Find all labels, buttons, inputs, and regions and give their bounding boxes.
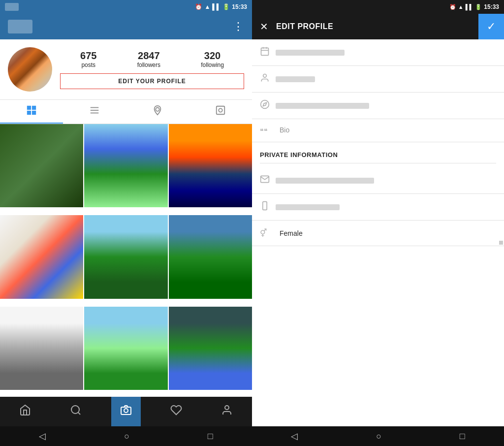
nav-camera[interactable] bbox=[111, 397, 141, 426]
section-divider bbox=[260, 163, 496, 163]
home-icon bbox=[19, 404, 31, 419]
home-button-left[interactable]: ○ bbox=[124, 431, 129, 442]
edit-profile-button[interactable]: EDIT YOUR PROFILE bbox=[60, 73, 244, 89]
status-time-right: 15:33 bbox=[484, 3, 499, 10]
edit-profile-header: ✕ EDIT PROFILE ✓ bbox=[252, 14, 504, 39]
svg-rect-0 bbox=[27, 105, 31, 109]
svg-rect-1 bbox=[32, 105, 36, 109]
profile-section: 675 posts 2847 followers 320 following E… bbox=[0, 39, 252, 99]
recent-button-right[interactable]: □ bbox=[460, 431, 465, 442]
svg-rect-2 bbox=[27, 110, 31, 114]
wifi-icon-right: ▲ bbox=[458, 4, 464, 10]
username-field[interactable] bbox=[252, 66, 504, 93]
status-time-left: 15:33 bbox=[232, 3, 247, 10]
phone-placeholder bbox=[276, 204, 340, 210]
username-value bbox=[276, 76, 496, 82]
right-panel: ⏰ ▲ ▌▌ 🔋 15:33 ✕ EDIT PROFILE ✓ bbox=[252, 0, 504, 446]
phone-icon bbox=[260, 201, 276, 213]
photo-cell-6[interactable] bbox=[169, 215, 252, 298]
svg-rect-3 bbox=[32, 110, 36, 114]
private-info-header: PRIVATE INFORMATION bbox=[252, 142, 504, 167]
tab-tagged[interactable] bbox=[189, 100, 252, 124]
confirm-button[interactable]: ✓ bbox=[478, 14, 504, 39]
tab-grid[interactable] bbox=[0, 100, 63, 124]
location-icon bbox=[152, 105, 163, 118]
phone-field[interactable] bbox=[252, 194, 504, 221]
svg-rect-22 bbox=[263, 202, 267, 210]
email-value bbox=[276, 178, 496, 184]
check-icon: ✓ bbox=[487, 20, 496, 33]
camera-icon bbox=[120, 404, 132, 419]
name-value bbox=[276, 50, 496, 56]
name-field[interactable] bbox=[252, 39, 504, 66]
photo-cell-5[interactable] bbox=[84, 215, 167, 298]
grid-icon bbox=[26, 105, 37, 118]
tagged-icon bbox=[215, 105, 226, 118]
following-count: 320 bbox=[204, 50, 220, 62]
email-field[interactable] bbox=[252, 167, 504, 194]
nav-heart[interactable] bbox=[161, 397, 191, 426]
following-stat: 320 following bbox=[201, 50, 224, 68]
svg-point-19 bbox=[263, 74, 267, 78]
gender-value: Female bbox=[276, 229, 303, 237]
photo-cell-7[interactable] bbox=[0, 307, 83, 390]
website-field[interactable] bbox=[252, 93, 504, 119]
signal-icon: ▌▌ bbox=[212, 3, 220, 10]
app-logo bbox=[8, 20, 32, 33]
svg-point-9 bbox=[219, 108, 222, 112]
tab-list[interactable] bbox=[63, 100, 126, 124]
bottom-nav bbox=[0, 397, 252, 426]
person-icon bbox=[260, 73, 276, 85]
posts-stat: 675 posts bbox=[80, 50, 96, 68]
name-placeholder bbox=[276, 50, 345, 56]
edit-form: ❝❝ Bio PRIVATE INFORMATION bbox=[252, 39, 504, 426]
list-icon bbox=[89, 105, 100, 118]
photo-cell-3[interactable] bbox=[169, 124, 252, 207]
photo-cell-8[interactable] bbox=[84, 307, 167, 390]
photo-cell-9[interactable] bbox=[169, 307, 252, 390]
followers-label: followers bbox=[137, 62, 160, 68]
back-button-right[interactable]: ◁ bbox=[291, 431, 298, 442]
avatar bbox=[8, 47, 52, 92]
resize-handle bbox=[499, 241, 503, 245]
home-button-right[interactable]: ○ bbox=[376, 431, 381, 442]
nav-profile[interactable] bbox=[212, 397, 242, 426]
nav-home[interactable] bbox=[10, 397, 40, 426]
photo-cell-2[interactable] bbox=[84, 124, 167, 207]
back-button-left[interactable]: ◁ bbox=[39, 431, 46, 442]
close-button[interactable]: ✕ bbox=[260, 21, 268, 32]
photo-grid bbox=[0, 124, 252, 397]
photo-cell-4[interactable] bbox=[0, 215, 83, 298]
svg-marker-21 bbox=[263, 102, 266, 106]
gender-field[interactable]: ⚥ Female bbox=[252, 221, 504, 246]
right-status-bar: ⏰ ▲ ▌▌ 🔋 15:33 bbox=[252, 0, 504, 14]
search-icon bbox=[70, 404, 82, 419]
phone-value bbox=[276, 204, 496, 210]
battery-icon-right: 🔋 bbox=[475, 4, 482, 10]
photo-cell-1[interactable] bbox=[0, 124, 83, 207]
username-placeholder bbox=[276, 76, 315, 82]
website-placeholder bbox=[276, 103, 369, 109]
recent-button-left[interactable]: □ bbox=[208, 431, 213, 442]
header-menu-icon[interactable]: ⋮ bbox=[233, 20, 244, 33]
bio-field[interactable]: ❝❝ Bio bbox=[252, 119, 504, 142]
left-system-bar: ◁ ○ □ bbox=[0, 426, 252, 446]
left-panel: ⏰ ▲ ▌▌ 🔋 15:33 ⋮ 675 posts 2847 follower… bbox=[0, 0, 252, 446]
website-value bbox=[276, 103, 496, 109]
calendar-icon bbox=[260, 46, 276, 59]
private-info-title: PRIVATE INFORMATION bbox=[260, 151, 338, 159]
tab-location[interactable] bbox=[126, 100, 189, 124]
heart-icon bbox=[170, 404, 182, 419]
wifi-icon: ▲ bbox=[204, 3, 210, 10]
svg-rect-15 bbox=[261, 48, 269, 55]
app-header: ⋮ bbox=[0, 14, 252, 39]
right-system-bar: ◁ ○ □ bbox=[252, 426, 504, 446]
email-placeholder bbox=[276, 178, 374, 184]
gender-icon: ⚥ bbox=[260, 228, 276, 238]
svg-point-13 bbox=[124, 409, 128, 413]
svg-rect-8 bbox=[217, 106, 225, 114]
bio-label: Bio bbox=[276, 126, 289, 134]
nav-search[interactable] bbox=[61, 397, 91, 426]
posts-label: posts bbox=[81, 62, 95, 68]
compass-icon bbox=[260, 99, 276, 112]
